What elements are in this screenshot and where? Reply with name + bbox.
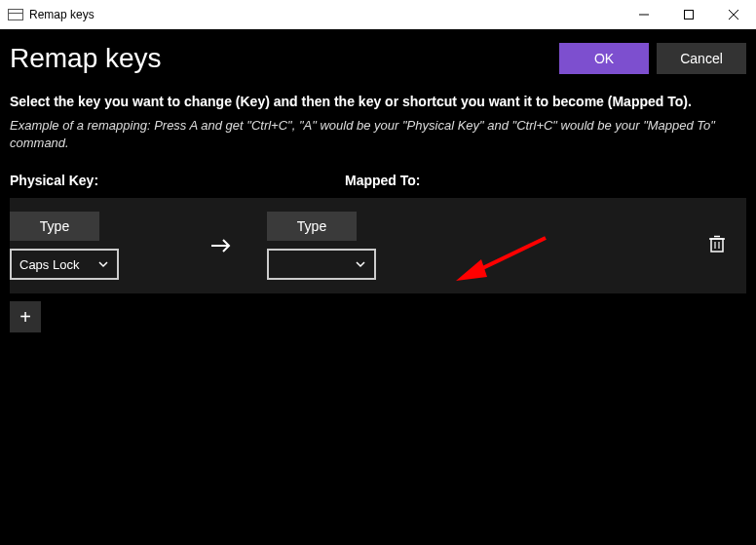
chevron-down-icon xyxy=(355,258,366,270)
delete-cell xyxy=(698,234,737,257)
mapped-type-button[interactable]: Type xyxy=(267,212,357,241)
columns-header: Physical Key: Mapped To: xyxy=(10,173,746,198)
add-mapping-button[interactable]: + xyxy=(10,301,41,332)
physical-key-value: Caps Lock xyxy=(19,257,79,272)
mapped-to-header: Mapped To: xyxy=(345,173,746,188)
ok-button[interactable]: OK xyxy=(559,43,649,74)
page-title: Remap keys xyxy=(10,43,551,74)
app-icon xyxy=(8,9,23,20)
physical-key-dropdown[interactable]: Caps Lock xyxy=(10,249,119,280)
minimize-button[interactable] xyxy=(622,0,666,29)
svg-rect-5 xyxy=(711,239,723,252)
plus-icon: + xyxy=(19,306,31,329)
titlebar: Remap keys xyxy=(0,0,756,29)
header: Remap keys OK Cancel xyxy=(0,29,756,74)
window-title: Remap keys xyxy=(29,8,94,21)
close-button[interactable] xyxy=(711,0,756,29)
svg-rect-1 xyxy=(685,11,694,19)
mapping-row: Type Caps Lock Type xyxy=(10,198,746,293)
arrow-right-icon xyxy=(208,233,267,258)
physical-key-header: Physical Key: xyxy=(10,173,345,188)
physical-type-button[interactable]: Type xyxy=(10,212,99,241)
maximize-button[interactable] xyxy=(666,0,711,29)
mapped-to-cell: Type xyxy=(267,212,698,280)
add-row: + xyxy=(10,301,746,332)
content: Select the key you want to change (Key) … xyxy=(0,74,756,332)
delete-button[interactable] xyxy=(708,234,726,257)
cancel-button[interactable]: Cancel xyxy=(657,43,746,74)
example-text: Example of a remapping: Press A and get … xyxy=(10,117,746,151)
description-text: Select the key you want to change (Key) … xyxy=(10,94,746,109)
mapped-to-dropdown[interactable] xyxy=(267,249,376,280)
chevron-down-icon xyxy=(97,258,109,270)
